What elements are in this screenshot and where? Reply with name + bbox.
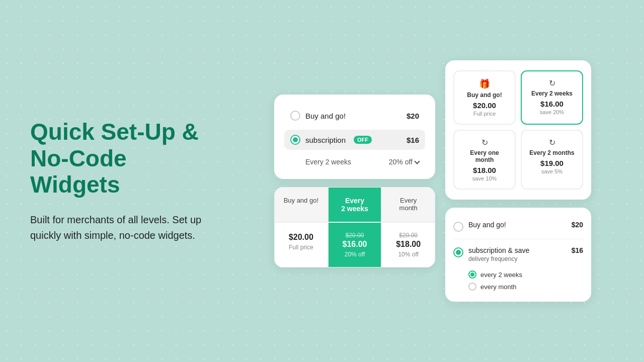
cards-grid: 🎁 Buy and go! $20.00 Full price ↻ Every … (453, 70, 583, 190)
radio-label-1: Buy and go! (305, 112, 346, 120)
card1-price: $20.00 (460, 101, 509, 110)
nested-label-block-2: subscription & save delivery frequency (468, 246, 529, 262)
price-card-1[interactable]: 🎁 Buy and go! $20.00 Full price (453, 70, 516, 125)
price-card-4[interactable]: ↻ Every 2 months $19.00 save 5% (521, 130, 583, 190)
table-header-1[interactable]: Buy and go! (274, 187, 328, 222)
right-section: Buy and go! $20 subscription OFF $16 Eve… (231, 45, 644, 317)
nested-radio-circle-1 (453, 222, 463, 232)
col3-strike: $20.00 (388, 232, 429, 239)
card2-title: Every 2 weeks (528, 90, 576, 97)
headline-line2: No-Code Widgets (30, 145, 127, 198)
radio-label-2: subscription (305, 136, 346, 144)
col2-price: $16.00 (335, 240, 375, 249)
radio-option-1[interactable]: Buy and go! $20 (284, 106, 425, 126)
col2-strike: $20.00 (335, 232, 375, 239)
col3-note: 10% off (388, 251, 429, 258)
card2-subtitle: save 20% (528, 109, 576, 115)
widget-col-left: Buy and go! $20 subscription OFF $16 Eve… (274, 95, 435, 267)
nested-radio-left-1: Buy and go! (453, 221, 506, 232)
card4-subtitle: save 5% (528, 168, 576, 174)
table-grid: Buy and go! Every 2 weeks Every month $2… (274, 187, 435, 267)
nested-sub-label-2: delivery frequency (468, 255, 529, 262)
nested-option-2[interactable]: subscription & save delivery frequency $… (453, 242, 583, 266)
price-card-2[interactable]: ↻ Every 2 weeks $16.00 save 20% (521, 70, 583, 125)
subtext: Built for merchants of all levels. Set u… (30, 212, 206, 243)
radio-circle-2 (290, 135, 300, 145)
widget-cards-purchase: 🎁 Buy and go! $20.00 Full price ↻ Every … (445, 60, 591, 200)
col1-price: $20.00 (281, 233, 321, 242)
nested-radio-circle-2 (453, 247, 463, 257)
card3-price: $18.00 (460, 166, 509, 174)
nested-child-radio-2 (468, 283, 476, 291)
card4-price: $19.00 (528, 159, 576, 167)
table-data-3: $20.00 $18.00 10% off (381, 222, 435, 267)
card2-price: $16.00 (528, 100, 576, 108)
nested-child-radio-1 (468, 270, 476, 279)
subscription-badge: OFF (354, 136, 372, 144)
radio-circle-1 (290, 111, 300, 121)
left-section: Quick Set-Up & No-Code Widgets Built for… (0, 88, 231, 274)
col1-note: Full price (281, 244, 321, 251)
card1-title: Buy and go! (460, 92, 509, 99)
radio-price-2: $16 (407, 136, 419, 144)
table-header-2[interactable]: Every 2 weeks (328, 187, 382, 222)
radio-left-1: Buy and go! (290, 111, 346, 121)
widget-table-purchase: Buy and go! Every 2 weeks Every month $2… (274, 187, 435, 267)
discount-text: 20% off (389, 158, 413, 166)
table-data-2: $20.00 $16.00 20% off (328, 222, 382, 267)
nested-price-1: $20 (572, 221, 583, 229)
card3-title: Every one month (460, 149, 509, 163)
sync-icon-2: ↻ (460, 138, 509, 147)
table-header-3[interactable]: Every month (381, 187, 435, 222)
radio-left-2: subscription OFF (290, 135, 372, 145)
widget-col-right: 🎁 Buy and go! $20.00 Full price ↻ Every … (445, 60, 591, 302)
card1-subtitle: Full price (460, 111, 509, 117)
frequency-label: Every 2 weeks (305, 158, 351, 166)
table-data-1: $20.00 Full price (274, 222, 328, 267)
price-card-3[interactable]: ↻ Every one month $18.00 save 10% (453, 130, 516, 190)
nested-child-2[interactable]: every month (468, 281, 583, 293)
sync-icon-1: ↻ (528, 78, 576, 88)
sync-icon-3: ↻ (528, 138, 576, 147)
frequency-discount: 20% off (389, 158, 419, 166)
nested-label-1: Buy and go! (468, 221, 506, 229)
nested-children: every 2 weeks every month (453, 268, 583, 293)
nested-child-label-1: every 2 weeks (480, 271, 522, 279)
col3-price: $18.00 (388, 240, 429, 249)
headline-line1: Quick Set-Up & (30, 119, 199, 145)
divider-1 (453, 239, 583, 239)
radio-option-2[interactable]: subscription OFF $16 (284, 130, 425, 150)
nested-child-label-2: every month (480, 283, 517, 291)
nested-price-2: $16 (572, 246, 583, 254)
card3-subtitle: save 10% (460, 175, 509, 182)
widget-radio-purchase: Buy and go! $20 subscription OFF $16 Eve… (274, 95, 435, 179)
page-layout: Quick Set-Up & No-Code Widgets Built for… (0, 0, 644, 362)
gift-icon: 🎁 (460, 78, 509, 89)
nested-main-label-2: subscription & save (468, 246, 529, 254)
nested-option-1[interactable]: Buy and go! $20 (453, 217, 583, 236)
col2-note: 20% off (335, 251, 375, 258)
chevron-down-icon (414, 158, 420, 164)
widget-nested-purchase: Buy and go! $20 subscription & save deli… (445, 208, 591, 302)
headline: Quick Set-Up & No-Code Widgets (30, 119, 206, 199)
card4-title: Every 2 months (528, 149, 576, 156)
nested-radio-left-2: subscription & save delivery frequency (453, 246, 529, 262)
frequency-row[interactable]: Every 2 weeks 20% off (284, 154, 425, 168)
radio-price-1: $20 (407, 112, 419, 120)
nested-child-1[interactable]: every 2 weeks (468, 268, 583, 281)
